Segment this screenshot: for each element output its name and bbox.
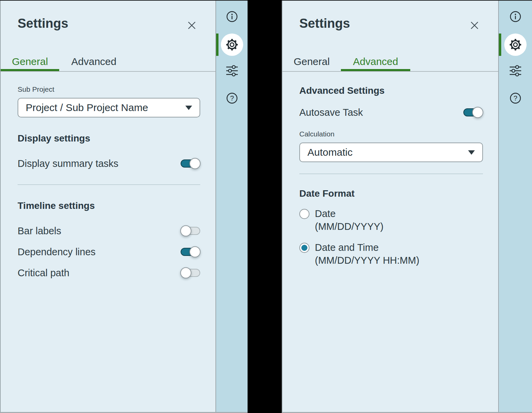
- autosave-task-row: Autosave Task: [299, 106, 483, 118]
- settings-gear-button[interactable]: [504, 34, 527, 56]
- section-divider: [18, 184, 200, 185]
- help-icon: ?: [226, 92, 238, 104]
- svg-text:?: ?: [513, 94, 517, 102]
- tab-advanced[interactable]: Advanced: [341, 52, 410, 71]
- tool-rail: ?: [215, 1, 248, 412]
- active-tool-indicator: [216, 34, 218, 56]
- sliders-icon: [509, 65, 522, 77]
- critical-path-row: Critical path: [18, 267, 200, 279]
- help-button[interactable]: ?: [226, 92, 238, 104]
- display-summary-tasks-row: Display summary tasks: [18, 157, 200, 170]
- panel-header: Settings: [1, 1, 215, 31]
- display-summary-tasks-toggle[interactable]: [181, 159, 200, 168]
- sub-project-select[interactable]: Project / Sub Project Name: [18, 98, 200, 117]
- tab-bar: General Advanced: [282, 52, 498, 72]
- gear-icon: [509, 38, 522, 51]
- settings-window-advanced: Settings General Advanced Advanced Setti…: [282, 0, 532, 413]
- critical-path-label: Critical path: [18, 267, 69, 279]
- autosave-task-toggle[interactable]: [463, 108, 483, 116]
- display-settings-heading: Display settings: [18, 133, 200, 144]
- dependency-lines-label: Dependency lines: [18, 246, 96, 258]
- active-tool-indicator: [499, 34, 501, 56]
- info-button[interactable]: [510, 11, 521, 22]
- toggle-knob: [180, 225, 191, 237]
- close-button[interactable]: [186, 20, 198, 32]
- toggle-knob: [180, 267, 191, 279]
- tab-general[interactable]: General: [1, 52, 59, 71]
- help-button[interactable]: ?: [510, 92, 521, 104]
- timeline-settings-heading: Timeline settings: [18, 200, 200, 211]
- tab-advanced[interactable]: Advanced: [59, 52, 129, 71]
- caret-down-icon: [185, 106, 192, 110]
- radio-button-date[interactable]: [299, 209, 309, 219]
- toggle-knob: [189, 246, 201, 258]
- date-and-time-option[interactable]: Date and Time (MM/DD/YYYY HH:MM): [299, 241, 483, 267]
- critical-path-toggle[interactable]: [181, 269, 200, 277]
- caret-down-icon: [468, 150, 475, 155]
- bar-labels-row: Bar labels: [18, 225, 200, 237]
- panel-content: Advanced Settings Autosave Task Calculat…: [282, 72, 498, 280]
- sliders-icon: [226, 65, 238, 77]
- gear-icon: [225, 38, 239, 51]
- date-option[interactable]: Date (MM/DD/YYYY): [299, 207, 483, 233]
- date-option-format: (MM/DD/YYYY): [315, 221, 384, 232]
- date-option-label: Date (MM/DD/YYYY): [315, 207, 384, 233]
- settings-gear-button[interactable]: [221, 34, 243, 56]
- sub-project-label: Sub Project: [18, 85, 200, 93]
- bar-labels-toggle[interactable]: [181, 227, 200, 235]
- settings-window-general: Settings General Advanced Sub Project Pr…: [0, 0, 248, 413]
- panel-content: Sub Project Project / Sub Project Name D…: [1, 72, 215, 292]
- toggle-knob: [472, 107, 483, 118]
- date-and-time-option-format: (MM/DD/YYYY HH:MM): [315, 255, 419, 266]
- advanced-settings-heading: Advanced Settings: [299, 85, 483, 96]
- date-and-time-option-title: Date and Time: [315, 242, 379, 253]
- date-option-title: Date: [315, 208, 336, 219]
- tab-general[interactable]: General: [282, 52, 341, 71]
- radio-button-date-and-time[interactable]: [299, 243, 309, 253]
- page-title: Settings: [299, 16, 481, 31]
- autosave-task-label: Autosave Task: [299, 107, 363, 118]
- sub-project-value: Project / Sub Project Name: [26, 102, 148, 113]
- display-summary-tasks-label: Display summary tasks: [18, 158, 118, 169]
- info-icon: [226, 11, 238, 22]
- panel-header: Settings: [282, 1, 498, 31]
- calculation-label: Calculation: [299, 130, 483, 138]
- svg-text:?: ?: [230, 94, 234, 102]
- page-title: Settings: [18, 16, 199, 31]
- filters-button[interactable]: [509, 65, 522, 77]
- close-icon: [469, 20, 480, 31]
- calculation-value: Automatic: [307, 147, 352, 158]
- bar-labels-label: Bar labels: [18, 225, 61, 237]
- info-icon: [510, 11, 521, 22]
- tool-rail: ?: [498, 1, 532, 412]
- dependency-lines-row: Dependency lines: [18, 246, 200, 258]
- settings-panel: Settings General Advanced Advanced Setti…: [282, 1, 498, 412]
- dependency-lines-toggle[interactable]: [181, 248, 200, 256]
- calculation-select[interactable]: Automatic: [299, 143, 483, 162]
- close-button[interactable]: [468, 20, 481, 32]
- date-and-time-option-label: Date and Time (MM/DD/YYYY HH:MM): [315, 241, 419, 267]
- toggle-knob: [189, 158, 201, 169]
- filters-button[interactable]: [226, 65, 238, 77]
- date-format-radio-group: Date (MM/DD/YYYY) Date and Time (MM/DD/Y…: [299, 207, 483, 267]
- help-icon: ?: [510, 92, 521, 104]
- section-divider: [299, 174, 483, 174]
- settings-panel: Settings General Advanced Sub Project Pr…: [0, 1, 215, 412]
- close-icon: [186, 20, 198, 31]
- info-button[interactable]: [226, 11, 238, 22]
- date-format-heading: Date Format: [299, 188, 483, 199]
- tab-bar: General Advanced: [1, 52, 215, 72]
